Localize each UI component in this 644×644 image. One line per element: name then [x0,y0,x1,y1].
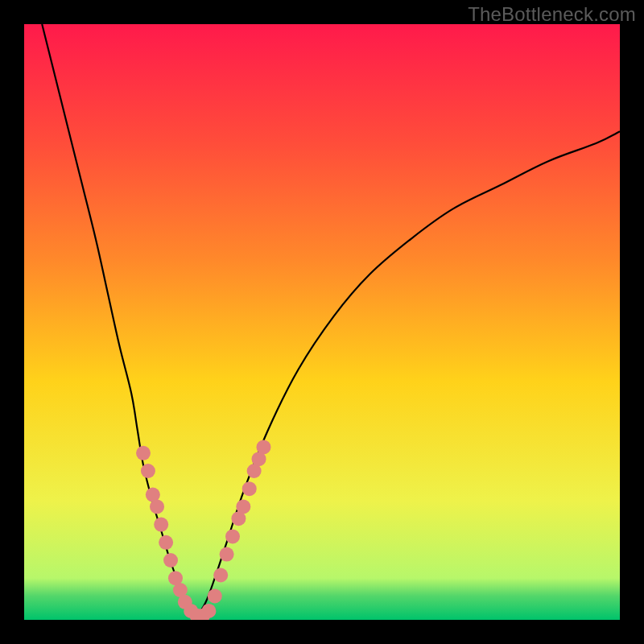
chart-plot-area [24,24,620,620]
chart-svg [24,24,620,620]
marker-dot [150,499,164,514]
marker-dot [201,604,216,618]
marker-dot [141,464,155,478]
marker-dot [154,518,168,532]
marker-dot [208,588,222,603]
marker-dot [163,553,178,568]
marker-dot [236,499,250,514]
watermark-text: TheBottleneck.com [468,3,636,26]
marker-dot [242,481,257,496]
marker-dot [159,535,173,550]
marker-dot [213,568,228,583]
marker-dot [136,446,151,460]
marker-dot [225,529,240,543]
outer-frame: TheBottleneck.com [0,0,644,644]
marker-dot [256,440,270,454]
marker-dot [220,547,234,562]
